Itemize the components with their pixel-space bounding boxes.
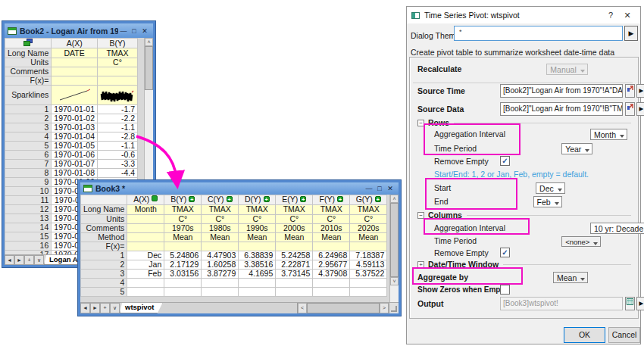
cell[interactable]: [239, 288, 276, 297]
scrollbar-thumb[interactable]: [390, 203, 399, 277]
tab-prev-icon[interactable]: ◄: [80, 303, 90, 313]
cell[interactable]: -2.2: [98, 114, 138, 123]
row-number[interactable]: 8: [5, 169, 52, 178]
cell[interactable]: C°: [98, 58, 138, 67]
cell[interactable]: -4.4: [98, 169, 138, 178]
cell[interactable]: C°: [313, 215, 350, 224]
cell[interactable]: [127, 233, 164, 242]
book3-sheet-tab[interactable]: wtspivot: [120, 303, 163, 313]
minimize-button[interactable]: —: [118, 26, 129, 36]
cell[interactable]: 1980s: [202, 224, 239, 233]
row-number[interactable]: 4: [81, 279, 127, 288]
row-number[interactable]: 2: [5, 114, 52, 123]
cell[interactable]: -2.8: [98, 132, 138, 142]
show-zeros-checkbox[interactable]: [500, 285, 510, 295]
cell[interactable]: 1990s: [239, 224, 276, 233]
cell[interactable]: [98, 67, 138, 76]
cell[interactable]: [127, 242, 164, 251]
cell[interactable]: -1.1: [98, 142, 138, 151]
cell[interactable]: [164, 242, 202, 251]
cell[interactable]: 2.22871: [276, 260, 313, 270]
cell[interactable]: Dec: [127, 251, 164, 260]
cell[interactable]: 3.73145: [276, 270, 313, 279]
row-label-method[interactable]: Method: [81, 233, 127, 242]
row-number[interactable]: 7: [5, 160, 52, 169]
cell[interactable]: [127, 288, 164, 297]
row-number[interactable]: 4: [5, 132, 52, 142]
cell[interactable]: 5.24258: [276, 251, 313, 260]
resize-grip[interactable]: [389, 303, 399, 313]
scrollbar-thumb[interactable]: [145, 46, 153, 90]
cell[interactable]: [239, 242, 276, 251]
row-number[interactable]: 3: [5, 123, 52, 132]
end-dropdown[interactable]: Feb: [533, 196, 562, 207]
row-label-comments[interactable]: Comments: [5, 67, 52, 76]
row-label-long-name[interactable]: Long Name: [81, 205, 127, 215]
columns-aggregation-interval-dropdown[interactable]: 10 yr: Decade: [590, 223, 644, 234]
tab-add-icon[interactable]: +: [100, 303, 110, 313]
cell[interactable]: TMAX: [276, 205, 313, 215]
range-selector-button[interactable]: [625, 102, 635, 116]
cell[interactable]: Mean: [276, 233, 313, 242]
cell[interactable]: 7.18387: [350, 251, 387, 260]
tab-list-icon[interactable]: ∨: [34, 255, 44, 265]
tab-list-icon[interactable]: ∨: [110, 303, 120, 313]
cell[interactable]: 2000s: [276, 224, 313, 233]
book3-col-header-a[interactable]: A(X): [127, 195, 164, 205]
cell[interactable]: 1970-01-05: [52, 142, 98, 151]
aggregate-by-dropdown[interactable]: Mean: [553, 272, 588, 283]
row-label-fx[interactable]: F(x)=: [81, 242, 127, 251]
recalculate-dropdown[interactable]: Manual: [546, 64, 587, 75]
cell[interactable]: 1.60258: [202, 260, 239, 270]
sparkline-tmax-cell[interactable]: [98, 86, 138, 105]
row-label-units[interactable]: Units: [81, 215, 127, 224]
source-data-menu-button[interactable]: ▶: [636, 102, 644, 116]
cell[interactable]: Jan: [127, 260, 164, 270]
book2-titlebar[interactable]: Book2 - Logan Air from 197... — □ ✕: [5, 23, 153, 38]
source-data-input[interactable]: [Book2]"Logan Air from 1970"!B"TMAX": [500, 102, 623, 116]
cell[interactable]: [276, 288, 313, 297]
row-number[interactable]: 9: [5, 178, 52, 187]
cell[interactable]: [350, 288, 387, 297]
cell[interactable]: Mean: [239, 233, 276, 242]
cell[interactable]: [164, 288, 202, 297]
scroll-left-icon[interactable]: ˂: [298, 303, 307, 313]
row-number[interactable]: 12: [5, 205, 52, 214]
cell[interactable]: [313, 288, 350, 297]
book3-horizontal-scrollbar[interactable]: ˂ ˃: [297, 303, 389, 313]
cell[interactable]: [313, 279, 350, 288]
cell[interactable]: DATE: [52, 48, 98, 58]
help-icon[interactable]: ?: [602, 11, 619, 20]
cell[interactable]: 6.38839: [239, 251, 276, 260]
range-selector-button[interactable]: [625, 84, 635, 98]
cell[interactable]: -0.6: [98, 151, 138, 160]
cell[interactable]: [52, 76, 98, 86]
cell[interactable]: 1970-01-07: [52, 160, 98, 169]
tab-next-icon[interactable]: ►: [90, 303, 100, 313]
rows-time-period-dropdown[interactable]: Year: [561, 143, 592, 154]
cell[interactable]: Month: [127, 205, 164, 215]
book3-titlebar[interactable]: Book3 * — □ ✕: [80, 182, 399, 195]
scroll-up-icon[interactable]: ˄: [390, 195, 399, 203]
cell[interactable]: [350, 242, 387, 251]
cell[interactable]: 5.24806: [164, 251, 202, 260]
cell[interactable]: C°: [276, 215, 313, 224]
scroll-up-icon[interactable]: ˄: [145, 38, 153, 46]
expand-icon[interactable]: +: [417, 261, 424, 268]
cell[interactable]: 5.37522: [350, 270, 387, 279]
row-number[interactable]: 3: [81, 270, 127, 279]
book3-col-header-b[interactable]: B(Y)+: [164, 195, 202, 205]
book2-col-header-a[interactable]: A(X): [52, 39, 98, 48]
cell[interactable]: TMAX: [350, 205, 387, 215]
dialog-titlebar[interactable]: Time Series Pivot: wtspivot ? ✕: [407, 7, 640, 23]
row-number[interactable]: 1: [5, 105, 52, 114]
cell[interactable]: Mean: [350, 233, 387, 242]
scroll-down-icon[interactable]: ˅: [390, 277, 399, 285]
row-number[interactable]: 2: [81, 260, 127, 270]
cell[interactable]: [164, 279, 202, 288]
row-label-sparklines[interactable]: Sparklines: [5, 86, 52, 105]
cell[interactable]: 3.03156: [164, 270, 202, 279]
rows-aggregation-interval-dropdown[interactable]: Month: [590, 129, 627, 140]
tab-prev-icon[interactable]: ◄: [5, 255, 14, 265]
tab-next-icon[interactable]: ►: [14, 255, 24, 265]
